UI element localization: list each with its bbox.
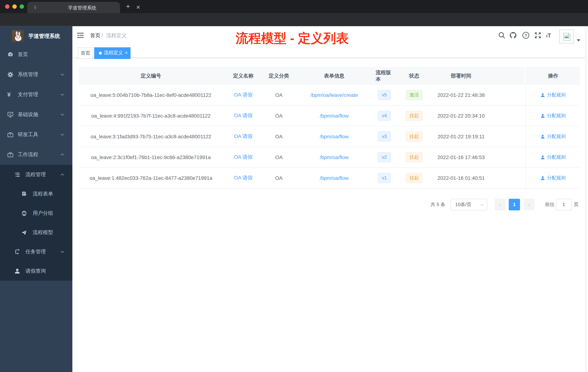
cell-definition-id: oa_leave:4:991f2193-7b7f-11ec-a3c8-acde4… [80,106,222,126]
pagination-page-1[interactable]: 1 [509,199,520,210]
assign-rule-button[interactable]: 分配规则 [540,175,566,181]
table-header: 定义编号 定义名称 定义分类 表单信息 流程版本 状态 部署时间 操作 [79,67,580,85]
definition-name-link[interactable]: OA 请假 [234,92,253,98]
version-badge: v2 [378,152,391,162]
sidebar-item-workflow[interactable]: 工作流程 [0,145,72,164]
sidebar-item-user-group[interactable]: 用户分组 [0,203,72,223]
status-badge[interactable]: 挂起 [406,152,422,162]
github-icon[interactable] [509,32,517,39]
action-label: 分配规则 [547,112,566,119]
traffic-light-close[interactable] [5,4,10,9]
avatar-caret-icon[interactable] [577,39,580,42]
chevron-down-icon [60,113,64,116]
chevron-down-icon [60,251,64,253]
dashboard-icon [7,51,13,57]
form-link[interactable]: /bpm/oa/flow [320,154,349,160]
browser-tabstrip: 芋道管理系统 ✕ + [0,0,588,13]
sidebar-item-leave-query[interactable]: 请假查询 [0,261,72,281]
search-icon[interactable] [498,32,505,39]
font-size-icon[interactable]: tT [546,33,551,39]
person-icon [540,176,545,180]
briefcase-icon [7,152,13,158]
broken-image-icon [563,33,571,41]
column-header-id: 定义编号 [80,67,222,85]
sidebar-item-process-model[interactable]: 流程模型 [0,223,72,242]
svg-text:?: ? [525,33,527,38]
flow-tree-icon [14,249,20,255]
fullscreen-icon[interactable] [534,32,541,39]
pagination-next-button[interactable]: › [524,199,535,210]
new-tab-button[interactable]: + [124,3,132,10]
table-row: oa_leave:5:004b710b-7b8a-11ec-8ef0-acde4… [79,85,580,106]
version-badge: v1 [378,173,391,183]
sidebar-item-task-management[interactable]: 任务管理 [0,242,72,261]
chevron-down-icon [60,93,64,96]
tag-home[interactable]: 首页 [78,47,93,59]
status-badge[interactable]: 挂起 [406,111,422,121]
sidebar-item-dev-tools[interactable]: 研发工具 [0,125,72,144]
breadcrumb-current: 流程定义 [106,33,126,39]
gear-icon [7,71,13,77]
assign-rule-button[interactable]: 分配规则 [540,92,566,98]
cell-category: OA [265,168,293,188]
pagination-page-label: 页 [574,199,578,210]
avatar[interactable] [559,30,574,43]
column-header-form: 表单信息 [293,67,376,85]
sidebar-item-label: 首页 [18,51,28,58]
breadcrumb-separator: / [101,33,103,38]
action-label: 分配规则 [547,154,566,161]
chevron-up-icon [60,173,64,176]
cell-definition-id: oa_leave:2:3c1f0ef1-76b1-11ec-9c66-a2380… [80,147,222,167]
sidebar-item-home[interactable]: 首页 [0,45,72,64]
sidebar-item-label: 基础设施 [18,111,38,118]
status-badge[interactable]: 挂起 [406,131,422,142]
traffic-light-minimize[interactable] [12,4,17,9]
tags-view-bar [72,44,585,58]
page-size-select[interactable]: 10条/页 [451,199,487,210]
form-link[interactable]: /bpm/oa/leave/create [310,92,358,98]
breadcrumb-home[interactable]: 首页 [90,33,100,39]
list-tree-icon [14,171,20,178]
sidebar-item-infrastructure[interactable]: 基础设施 [0,105,72,124]
definition-name-link[interactable]: OA 请假 [234,175,253,181]
assign-rule-button[interactable]: 分配规则 [540,112,566,119]
assign-rule-button[interactable]: 分配规则 [540,154,566,161]
cell-deploy-time: 2022-01-16 17:46:53 [431,147,491,167]
pagination-goto-input[interactable]: 1 [556,199,572,210]
sidebar-item-label: 流程管理 [25,171,46,178]
action-label: 分配规则 [547,133,566,140]
favicon-grass-icon [32,4,38,10]
hamburger-icon[interactable] [77,33,84,38]
status-badge[interactable]: 激活 [406,90,422,100]
action-label: 分配规则 [547,175,566,181]
tag-close-icon[interactable]: × [125,47,128,58]
definition-name-link[interactable]: OA 请假 [234,112,253,119]
traffic-light-zoom[interactable] [20,4,24,9]
sidebar-item-payment[interactable]: ¥ 支付管理 [0,85,72,104]
paper-plane-icon [21,229,27,236]
status-badge[interactable]: 挂起 [406,173,422,183]
version-badge: v3 [378,131,391,142]
sidebar-item-process-management[interactable]: 流程管理 [0,165,72,184]
sidebar-item-system[interactable]: 系统管理 [0,65,72,84]
sidebar-item-label: 用户分组 [33,210,53,216]
column-header-deploy-time: 部署时间 [431,67,491,85]
sidebar-item-label: 支付管理 [18,91,38,98]
help-icon[interactable]: ? [522,32,529,39]
briefcase-icon [7,131,13,138]
form-link[interactable]: /bpm/oa/flow [320,113,349,119]
sidebar-item-label: 工作流程 [18,151,38,158]
browser-tab[interactable]: 芋道管理系统 ✕ [27,2,120,13]
assign-rule-button[interactable]: 分配规则 [540,133,566,140]
tag-process-definition[interactable]: 流程定义 × [94,47,131,59]
definition-name-link[interactable]: OA 请假 [234,133,253,140]
page-scrollbar[interactable] [585,26,588,372]
sidebar-item-process-form[interactable]: 流程表单 [0,184,72,203]
pagination-prev-button[interactable]: ‹ [494,199,505,210]
form-link[interactable]: /bpm/oa/flow [320,134,349,139]
form-link[interactable]: /bpm/oa/flow [320,175,349,181]
column-header-name: 定义名称 [221,67,265,85]
definition-name-link[interactable]: OA 请假 [234,154,253,161]
cell-definition-id: oa_leave:5:004b710b-7b8a-11ec-8ef0-acde4… [80,85,222,105]
tab-close-icon[interactable]: ✕ [135,4,141,11]
